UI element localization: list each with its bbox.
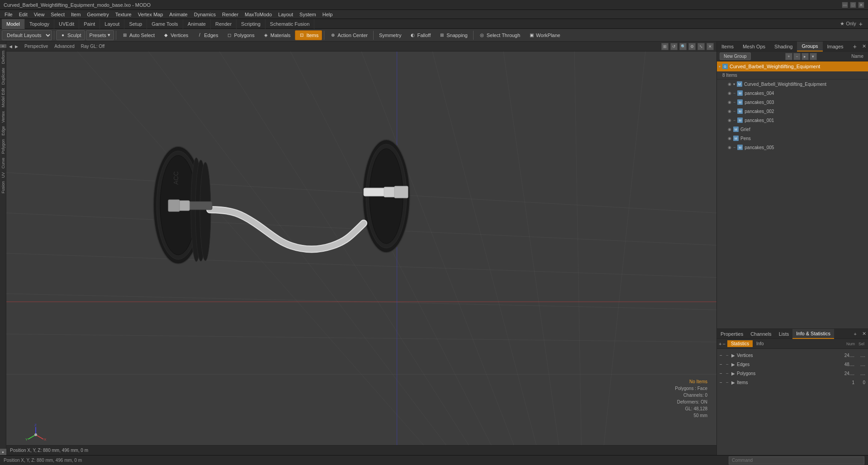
menu-file[interactable]: File bbox=[2, 11, 15, 18]
scene-group-header[interactable]: ▾ G Curved_Barbell_Weightlifting_Equipme… bbox=[717, 61, 868, 71]
action-center-button[interactable]: ⊕ Action Center bbox=[326, 30, 371, 40]
menu-view[interactable]: View bbox=[31, 11, 47, 18]
work-plane-button[interactable]: ▣ WorkPlane bbox=[525, 30, 564, 40]
falloff-button[interactable]: ◐ Falloff bbox=[406, 30, 434, 40]
item-eye-6[interactable]: ◉ bbox=[728, 136, 731, 141]
menu-select[interactable]: Select bbox=[48, 11, 67, 18]
viewport-expand-icon[interactable]: ⤡ bbox=[697, 43, 705, 50]
stats-minus-items[interactable]: − bbox=[720, 380, 724, 385]
tab-game-tools[interactable]: Game Tools bbox=[147, 19, 183, 29]
stats-play-edges[interactable]: ▶ bbox=[731, 362, 735, 367]
rpb-tab-properties[interactable]: Properties bbox=[717, 329, 747, 339]
sidebar-item-fusion[interactable]: Fusion bbox=[0, 179, 6, 195]
viewport-settings-icon[interactable]: ⚙ bbox=[688, 43, 696, 50]
auto-select-button[interactable]: ⊞ Auto Select bbox=[118, 30, 158, 40]
stats-play-polygons[interactable]: ▶ bbox=[731, 371, 735, 376]
materials-button[interactable]: ◈ Materials bbox=[259, 30, 294, 40]
tab-animate[interactable]: Animate bbox=[183, 19, 211, 29]
viewport-container[interactable]: ◀ ▶ Perspective Advanced Ray GL: Off ⊞ ↺… bbox=[6, 42, 716, 455]
snapping-button[interactable]: ⊞ Snapping bbox=[435, 30, 471, 40]
item-eye-4[interactable]: ◉ bbox=[728, 118, 731, 122]
tab-render[interactable]: Render bbox=[211, 19, 237, 29]
menu-layout[interactable]: Layout bbox=[275, 11, 296, 18]
viewport-grid-icon[interactable]: ⊞ bbox=[661, 43, 669, 50]
tab-topology[interactable]: Topology bbox=[25, 19, 54, 29]
menu-edit[interactable]: Edit bbox=[16, 11, 30, 18]
menu-geometry[interactable]: Geometry bbox=[84, 11, 111, 18]
sculpt-button[interactable]: ● Sculpt bbox=[56, 30, 85, 40]
stats-remove-icon[interactable]: − bbox=[722, 341, 725, 347]
stats-header-info[interactable]: Info bbox=[753, 340, 768, 347]
presets-button[interactable]: Presets ▾ bbox=[86, 30, 114, 40]
tab-scripting[interactable]: Scripting bbox=[237, 19, 266, 29]
scene-item-7[interactable]: ◉ − M pancakes_005 bbox=[717, 143, 868, 152]
new-group-button[interactable]: New Group bbox=[720, 52, 751, 60]
item-eye-5[interactable]: ◉ bbox=[728, 127, 731, 132]
tab-uvedit[interactable]: UVEdit bbox=[54, 19, 79, 29]
menu-item[interactable]: Item bbox=[68, 11, 83, 18]
select-through-button[interactable]: ◎ Select Through bbox=[475, 30, 524, 40]
tab-add-button[interactable]: + bbox=[859, 20, 863, 28]
stats-minus-polygons[interactable]: − bbox=[720, 371, 724, 376]
scene-icon-2[interactable]: − bbox=[793, 53, 801, 60]
sidebar-item-edge[interactable]: Edge bbox=[0, 124, 6, 137]
sidebar-item-model-edit[interactable]: Model Edit bbox=[0, 86, 6, 109]
command-input[interactable] bbox=[729, 456, 864, 465]
rpb-panel-close[interactable]: ✕ bbox=[860, 331, 868, 337]
rpb-tab-info-statistics[interactable]: Info & Statistics bbox=[792, 329, 834, 339]
scene-item-6[interactable]: ◉ M Pens bbox=[717, 134, 868, 143]
rp-tab-shading[interactable]: Shading bbox=[770, 42, 797, 52]
item-eye-0[interactable]: ◉ bbox=[728, 82, 731, 86]
viewport-arrow-right[interactable]: ▶ bbox=[15, 44, 18, 49]
scene-item-4[interactable]: ◉ − M pancakes_001 bbox=[717, 116, 868, 125]
polygons-button[interactable]: ◻ Polygons bbox=[223, 30, 258, 40]
menu-help[interactable]: Help bbox=[320, 11, 336, 18]
viewport-advanced-btn[interactable]: Advanced bbox=[52, 43, 76, 49]
layout-dropdown[interactable]: Default Layouts bbox=[2, 30, 52, 40]
menu-system[interactable]: System bbox=[297, 11, 319, 18]
item-eye-3[interactable]: ◉ bbox=[728, 109, 731, 113]
menu-maxtomodo[interactable]: MaxToModo bbox=[242, 11, 275, 18]
scene-list[interactable]: ▾ G Curved_Barbell_Weightlifting_Equipme… bbox=[717, 61, 868, 329]
rp-tab-mesh-ops[interactable]: Mesh Ops bbox=[738, 42, 770, 52]
items-button[interactable]: ⊡ Items bbox=[295, 30, 322, 40]
scene-item-3[interactable]: ◉ − M pancakes_002 bbox=[717, 107, 868, 116]
tab-model[interactable]: Model bbox=[2, 19, 25, 29]
sidebar-item-uv[interactable]: UV bbox=[0, 170, 6, 180]
sidebar-item-polygon[interactable]: Polygon bbox=[0, 137, 6, 156]
scene-item-2[interactable]: ◉ − M pancakes_003 bbox=[717, 98, 868, 107]
tab-setup[interactable]: Setup bbox=[124, 19, 147, 29]
symmetry-button[interactable]: Symmetry bbox=[375, 30, 405, 40]
stats-play-vertices[interactable]: ▶ bbox=[731, 353, 735, 358]
viewport-canvas[interactable]: ACC bbox=[6, 52, 716, 455]
menu-render[interactable]: Render bbox=[219, 11, 241, 18]
rp-panel-close[interactable]: ✕ bbox=[860, 43, 868, 49]
menu-dynamics[interactable]: Dynamics bbox=[191, 11, 218, 18]
item-eye-2[interactable]: ◉ bbox=[728, 100, 731, 104]
stats-minus-edges[interactable]: − bbox=[720, 362, 724, 367]
sidebar-item-curve[interactable]: Curve bbox=[0, 156, 6, 170]
sidebar-item-duplicate[interactable]: Duplicate bbox=[0, 66, 6, 87]
rp-tab-add[interactable]: + bbox=[849, 43, 860, 50]
stats-play-items[interactable]: ▶ bbox=[731, 380, 735, 385]
stats-header-statistics[interactable]: Statistics bbox=[727, 340, 753, 347]
viewport-perspective-btn[interactable]: Perspective bbox=[23, 43, 50, 49]
menu-texture[interactable]: Texture bbox=[113, 11, 134, 18]
maximize-button[interactable]: □ bbox=[850, 2, 856, 8]
rpb-tab-channels[interactable]: Channels bbox=[747, 329, 775, 339]
menu-vertex-map[interactable]: Vertex Map bbox=[135, 11, 166, 18]
viewport-refresh-icon[interactable]: ↺ bbox=[670, 43, 678, 50]
rpb-tab-add[interactable]: + bbox=[850, 331, 860, 337]
menu-animate[interactable]: Animate bbox=[166, 11, 190, 18]
sidebar-collapse-icon[interactable]: ≡ bbox=[0, 44, 6, 48]
sidebar-bottom-icon[interactable]: ● bbox=[0, 449, 6, 455]
item-eye-7[interactable]: ◉ bbox=[728, 145, 731, 150]
rp-tab-items[interactable]: Items bbox=[717, 42, 738, 52]
scene-item-0[interactable]: ◉ ▾ M Curved_Barbell_Weightlifting_Equip… bbox=[717, 80, 868, 89]
rp-tab-groups[interactable]: Groups bbox=[797, 42, 822, 52]
viewport-search-icon[interactable]: 🔍 bbox=[679, 43, 687, 50]
sidebar-item-vertex[interactable]: Vertex bbox=[0, 109, 6, 125]
viewport-arrow-left[interactable]: ◀ bbox=[9, 44, 12, 49]
rp-tab-images[interactable]: Images bbox=[823, 42, 848, 52]
edges-button[interactable]: / Edges bbox=[193, 30, 222, 40]
